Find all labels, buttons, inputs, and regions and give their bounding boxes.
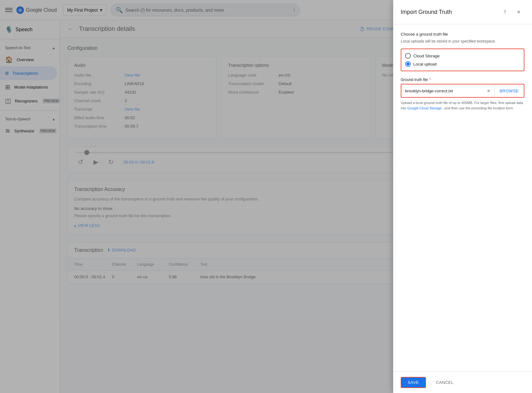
import-ground-truth-panel: Import Ground Truth ? ✕ Choose a ground … <box>393 0 532 393</box>
cloud-storage-radio[interactable] <box>405 53 411 59</box>
panel-header: Import Ground Truth ? ✕ <box>393 0 532 24</box>
panel-info-text: Local uploads will be stored in your spe… <box>401 39 524 43</box>
file-clear-button[interactable]: ✕ <box>483 85 494 96</box>
file-path-input[interactable] <box>401 85 483 96</box>
panel-footer: SAVE CANCEL <box>393 372 532 393</box>
panel-header-icons: ? ✕ <box>499 6 524 18</box>
radio-group: Cloud Storage Local upload <box>401 49 524 71</box>
cancel-button[interactable]: CANCEL <box>431 378 459 387</box>
file-help-text: Upload a local ground truth file of up t… <box>401 100 524 111</box>
radio-local-upload[interactable]: Local upload <box>405 60 520 68</box>
local-upload-radio[interactable] <box>405 61 411 67</box>
panel-section-title: Choose a ground truth file <box>401 32 524 37</box>
browse-button[interactable]: BROWSE <box>494 84 524 97</box>
radio-cloud-storage[interactable]: Cloud Storage <box>405 52 520 60</box>
file-input-label: Ground truth file * <box>401 78 524 82</box>
cloud-storage-link[interactable]: Google Cloud Storage <box>407 106 442 110</box>
save-button[interactable]: SAVE <box>401 377 426 388</box>
file-input-row: ✕ BROWSE <box>401 84 524 98</box>
help-panel-icon[interactable]: ? <box>499 6 511 18</box>
panel-body: Choose a ground truth file Local uploads… <box>393 24 532 372</box>
close-panel-icon[interactable]: ✕ <box>513 6 524 18</box>
panel-title: Import Ground Truth <box>401 9 452 15</box>
